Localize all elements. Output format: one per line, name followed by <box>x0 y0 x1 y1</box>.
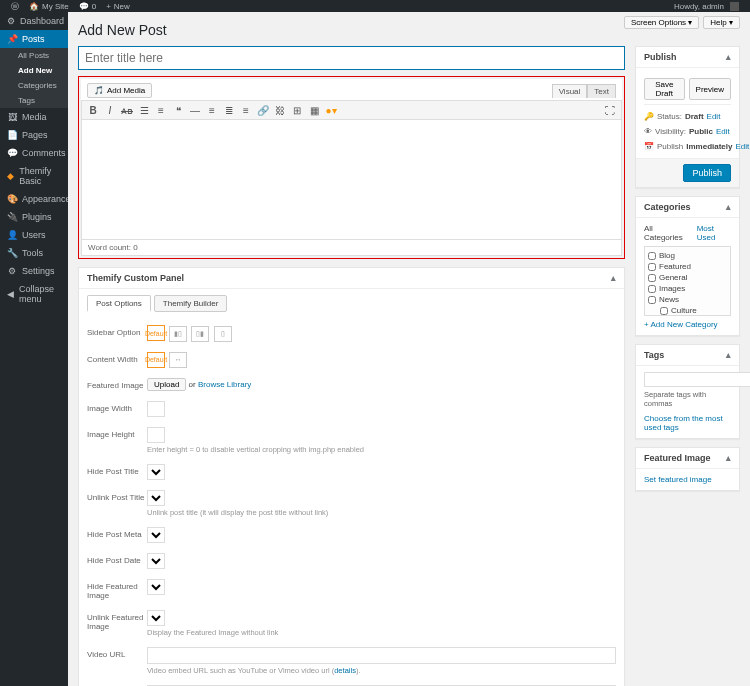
submenu-add-new[interactable]: Add New <box>0 63 68 78</box>
label-hide-date: Hide Post Date <box>87 553 147 565</box>
menu-appearance[interactable]: 🎨Appearance <box>0 190 68 208</box>
menu-settings[interactable]: ⚙Settings <box>0 262 68 280</box>
save-draft-button[interactable]: Save Draft <box>644 78 685 100</box>
label-image-width: Image Width <box>87 401 147 413</box>
comments-link[interactable]: 💬0 <box>74 2 101 11</box>
my-account[interactable]: Howdy, admin <box>669 2 744 11</box>
submenu-tags[interactable]: Tags <box>0 93 68 108</box>
tab-most-used[interactable]: Most Used <box>697 224 731 242</box>
add-media-button[interactable]: 🎵Add Media <box>87 83 152 98</box>
upload-button[interactable]: Upload <box>147 378 186 391</box>
post-title-input[interactable] <box>78 46 625 70</box>
video-details-link[interactable]: details <box>334 666 356 675</box>
more-button[interactable]: ⊞ <box>291 104 303 116</box>
category-checkbox[interactable] <box>648 274 656 282</box>
tab-text[interactable]: Text <box>587 84 616 98</box>
color-button[interactable]: ●▾ <box>325 104 337 116</box>
sidebar-opt-none[interactable]: ▯ <box>214 326 232 342</box>
category-item[interactable]: News <box>648 294 727 305</box>
unlink-fi-select[interactable] <box>147 610 165 626</box>
toolbar-toggle-button[interactable]: ▦ <box>308 104 320 116</box>
toggle-icon[interactable]: ▴ <box>726 52 731 62</box>
featured-image-metabox: Featured Image▴ Set featured image <box>635 447 740 491</box>
category-checkbox[interactable] <box>660 307 668 315</box>
unlink-button[interactable]: ⛓ <box>274 104 286 116</box>
menu-posts[interactable]: 📌Posts <box>0 30 68 48</box>
bold-button[interactable]: B <box>87 104 99 116</box>
sidebar-opt-left[interactable]: ▮▯ <box>169 326 187 342</box>
align-center-button[interactable]: ≣ <box>223 104 235 116</box>
link-button[interactable]: 🔗 <box>257 104 269 116</box>
choose-tags-link[interactable]: Choose from the most used tags <box>644 414 723 432</box>
fullscreen-button[interactable]: ⛶ <box>604 104 616 116</box>
tab-all-categories[interactable]: All Categories <box>644 224 689 242</box>
category-list[interactable]: BlogFeaturedGeneralImagesNewsCultureLife… <box>644 246 731 316</box>
toggle-icon[interactable]: ▴ <box>611 273 616 283</box>
hr-button[interactable]: — <box>189 104 201 116</box>
menu-themify-basic[interactable]: ◆Themify Basic <box>0 162 68 190</box>
label-unlink-fi: Unlink Featured Image <box>87 610 147 631</box>
tag-input[interactable] <box>644 372 750 387</box>
menu-plugins[interactable]: 🔌Plugins <box>0 208 68 226</box>
category-checkbox[interactable] <box>648 252 656 260</box>
ul-button[interactable]: ☰ <box>138 104 150 116</box>
width-opt-full[interactable]: ↔ <box>169 352 187 368</box>
publish-button[interactable]: Publish <box>683 164 731 182</box>
image-width-input[interactable] <box>147 401 165 417</box>
toggle-icon[interactable]: ▴ <box>726 350 731 360</box>
site-link[interactable]: 🏠My Site <box>24 2 74 11</box>
tab-post-options[interactable]: Post Options <box>87 295 151 312</box>
submenu-categories[interactable]: Categories <box>0 78 68 93</box>
video-url-input[interactable] <box>147 647 616 664</box>
category-checkbox[interactable] <box>648 285 656 293</box>
width-opt-default[interactable]: Default <box>147 352 165 368</box>
category-item[interactable]: Images <box>648 283 727 294</box>
menu-dashboard[interactable]: ⚙Dashboard <box>0 12 68 30</box>
edit-publish-link[interactable]: Edit <box>736 142 750 151</box>
menu-pages[interactable]: 📄Pages <box>0 126 68 144</box>
preview-button[interactable]: Preview <box>689 78 731 100</box>
label-video-url: Video URL <box>87 647 147 659</box>
menu-users[interactable]: 👤Users <box>0 226 68 244</box>
submenu-all-posts[interactable]: All Posts <box>0 48 68 63</box>
category-item[interactable]: Featured <box>648 261 727 272</box>
image-height-input[interactable] <box>147 427 165 443</box>
menu-tools[interactable]: 🔧Tools <box>0 244 68 262</box>
category-item[interactable]: Blog <box>648 250 727 261</box>
label-content-width: Content Width <box>87 352 147 364</box>
sidebar-opt-right[interactable]: ▯▮ <box>191 326 209 342</box>
tab-themify-builder[interactable]: Themify Builder <box>154 295 228 312</box>
toggle-icon[interactable]: ▴ <box>726 453 731 463</box>
new-content[interactable]: +New <box>101 2 135 11</box>
category-item[interactable]: General <box>648 272 727 283</box>
browse-library-link[interactable]: Browse Library <box>198 380 251 389</box>
category-item[interactable]: Culture <box>648 305 727 316</box>
unlink-title-select[interactable] <box>147 490 165 506</box>
edit-status-link[interactable]: Edit <box>707 112 721 121</box>
hide-meta-select[interactable] <box>147 527 165 543</box>
strike-button[interactable]: ᴀʙ <box>121 104 133 116</box>
sidebar-opt-default[interactable]: Default <box>147 325 165 341</box>
editor-body[interactable] <box>81 120 622 240</box>
add-category-link[interactable]: + Add New Category <box>644 320 718 329</box>
help-button[interactable]: Help ▾ <box>703 16 740 29</box>
toggle-icon[interactable]: ▴ <box>726 202 731 212</box>
edit-visibility-link[interactable]: Edit <box>716 127 730 136</box>
align-left-button[interactable]: ≡ <box>206 104 218 116</box>
wp-logo[interactable]: ⓦ <box>6 1 24 12</box>
ol-button[interactable]: ≡ <box>155 104 167 116</box>
hide-fi-select[interactable] <box>147 579 165 595</box>
screen-options-button[interactable]: Screen Options ▾ <box>624 16 699 29</box>
align-right-button[interactable]: ≡ <box>240 104 252 116</box>
italic-button[interactable]: I <box>104 104 116 116</box>
category-checkbox[interactable] <box>648 296 656 304</box>
category-checkbox[interactable] <box>648 263 656 271</box>
collapse-menu[interactable]: ◀Collapse menu <box>0 280 68 308</box>
tab-visual[interactable]: Visual <box>552 84 588 98</box>
menu-comments[interactable]: 💬Comments <box>0 144 68 162</box>
menu-media[interactable]: 🖼Media <box>0 108 68 126</box>
quote-button[interactable]: ❝ <box>172 104 184 116</box>
set-featured-image-link[interactable]: Set featured image <box>644 475 712 484</box>
hide-title-select[interactable] <box>147 464 165 480</box>
hide-date-select[interactable] <box>147 553 165 569</box>
